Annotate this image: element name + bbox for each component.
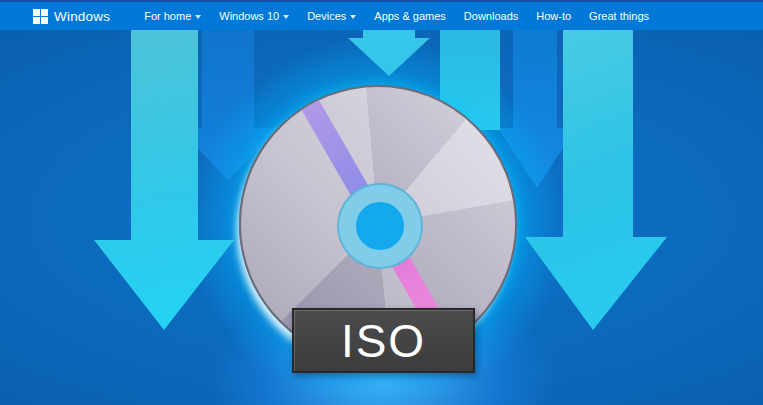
chevron-down-icon bbox=[283, 15, 289, 19]
nav-item-label: How-to bbox=[536, 10, 571, 22]
disc-hub-hole bbox=[356, 202, 404, 250]
nav-item-label: Great things bbox=[589, 10, 649, 22]
nav-item-label: Devices bbox=[307, 10, 346, 22]
nav-item-great-things[interactable]: Great things bbox=[589, 10, 649, 22]
brand-label: Windows bbox=[54, 9, 110, 24]
nav-item-label: For home bbox=[144, 10, 191, 22]
nav-item-label: Apps & games bbox=[374, 10, 446, 22]
brand-windows[interactable]: Windows bbox=[33, 9, 110, 24]
nav-item-devices[interactable]: Devices bbox=[307, 10, 356, 22]
windows-website-page: Windows For home Windows 10 Devices Apps… bbox=[0, 0, 763, 405]
nav-item-windows-10[interactable]: Windows 10 bbox=[219, 10, 289, 22]
nav-item-how-to[interactable]: How-to bbox=[536, 10, 571, 22]
nav-item-label: Downloads bbox=[464, 10, 518, 22]
nav-item-apps-games[interactable]: Apps & games bbox=[374, 10, 446, 22]
chevron-down-icon bbox=[350, 15, 356, 19]
top-navigation: Windows For home Windows 10 Devices Apps… bbox=[0, 0, 763, 30]
nav-item-downloads[interactable]: Downloads bbox=[464, 10, 518, 22]
chevron-down-icon bbox=[195, 15, 201, 19]
iso-label-text: ISO bbox=[341, 318, 426, 364]
windows-logo-icon bbox=[33, 9, 48, 24]
nav-item-for-home[interactable]: For home bbox=[144, 10, 201, 22]
hero-banner: ISO bbox=[0, 30, 763, 405]
nav-item-label: Windows 10 bbox=[219, 10, 279, 22]
iso-label-box: ISO bbox=[292, 308, 475, 373]
disc-hub-ring bbox=[337, 183, 423, 269]
